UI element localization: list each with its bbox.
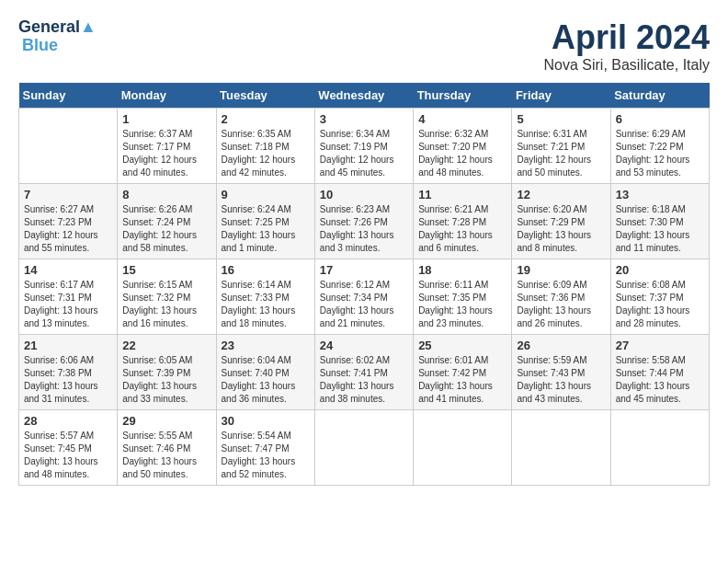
day-number: 16 [222,263,310,277]
col-thursday: Thursday [414,83,512,109]
day-info: Sunrise: 6:20 AM Sunset: 7:29 PM Dayligh… [517,203,605,255]
day-number: 23 [222,339,310,352]
day-number: 13 [616,188,704,201]
col-sunday: Sunday [19,83,118,109]
day-info: Sunrise: 6:17 AM Sunset: 7:31 PM Dayligh… [24,279,112,330]
calendar-cell: 9Sunrise: 6:24 AM Sunset: 7:25 PM Daylig… [216,184,314,259]
day-info: Sunrise: 6:35 AM Sunset: 7:18 PM Dayligh… [222,128,310,179]
day-number: 1 [122,112,210,126]
title-block: April 2024 Nova Siri, Basilicate, Italy [543,18,710,74]
day-number: 26 [517,339,605,352]
col-tuesday: Tuesday [216,83,314,109]
day-number: 30 [222,414,310,428]
calendar-week-row: 1Sunrise: 6:37 AM Sunset: 7:17 PM Daylig… [19,109,710,184]
calendar-cell: 11Sunrise: 6:21 AM Sunset: 7:28 PM Dayli… [414,184,512,259]
day-number: 15 [122,263,210,277]
day-info: Sunrise: 6:27 AM Sunset: 7:23 PM Dayligh… [24,203,112,255]
day-info: Sunrise: 6:02 AM Sunset: 7:41 PM Dayligh… [320,354,408,406]
calendar-cell: 14Sunrise: 6:17 AM Sunset: 7:31 PM Dayli… [19,259,118,335]
day-info: Sunrise: 6:05 AM Sunset: 7:39 PM Dayligh… [122,354,210,406]
day-info: Sunrise: 6:31 AM Sunset: 7:21 PM Dayligh… [517,128,605,179]
col-wednesday: Wednesday [314,83,413,109]
day-info: Sunrise: 6:32 AM Sunset: 7:20 PM Dayligh… [418,128,506,179]
page-header: General▲ Blue April 2024 Nova Siri, Basi… [18,18,710,74]
day-number: 10 [320,188,408,201]
location-subtitle: Nova Siri, Basilicate, Italy [543,57,710,74]
day-number: 8 [122,188,210,201]
calendar-cell [512,410,610,486]
calendar-cell [610,410,709,486]
calendar-cell: 28Sunrise: 5:57 AM Sunset: 7:45 PM Dayli… [19,410,118,486]
calendar-cell: 21Sunrise: 6:06 AM Sunset: 7:38 PM Dayli… [19,335,118,410]
calendar-cell: 25Sunrise: 6:01 AM Sunset: 7:42 PM Dayli… [414,335,512,410]
calendar-week-row: 28Sunrise: 5:57 AM Sunset: 7:45 PM Dayli… [19,410,710,486]
day-info: Sunrise: 6:15 AM Sunset: 7:32 PM Dayligh… [122,279,210,330]
calendar-cell [414,410,512,486]
calendar-cell: 5Sunrise: 6:31 AM Sunset: 7:21 PM Daylig… [512,109,610,184]
day-number: 19 [517,263,605,277]
calendar-week-row: 21Sunrise: 6:06 AM Sunset: 7:38 PM Dayli… [19,335,710,410]
day-number: 29 [122,414,210,428]
calendar-cell: 26Sunrise: 5:59 AM Sunset: 7:43 PM Dayli… [512,335,610,410]
calendar-table: Sunday Monday Tuesday Wednesday Thursday… [18,83,710,486]
logo: General▲ Blue [18,18,97,55]
logo-text-blue: Blue [22,37,58,55]
calendar-cell: 13Sunrise: 6:18 AM Sunset: 7:30 PM Dayli… [610,184,709,259]
day-number: 28 [24,414,112,428]
calendar-cell: 19Sunrise: 6:09 AM Sunset: 7:36 PM Dayli… [512,259,610,335]
day-info: Sunrise: 5:59 AM Sunset: 7:43 PM Dayligh… [517,354,605,406]
logo-text: General▲ [18,18,97,37]
header-row: Sunday Monday Tuesday Wednesday Thursday… [19,83,710,109]
calendar-cell: 6Sunrise: 6:29 AM Sunset: 7:22 PM Daylig… [610,109,709,184]
day-number: 3 [320,112,408,126]
calendar-cell: 2Sunrise: 6:35 AM Sunset: 7:18 PM Daylig… [216,109,314,184]
calendar-cell: 12Sunrise: 6:20 AM Sunset: 7:29 PM Dayli… [512,184,610,259]
day-number: 18 [418,263,506,277]
day-info: Sunrise: 6:24 AM Sunset: 7:25 PM Dayligh… [222,203,310,255]
calendar-cell: 18Sunrise: 6:11 AM Sunset: 7:35 PM Dayli… [414,259,512,335]
day-number: 14 [24,263,112,277]
calendar-cell: 7Sunrise: 6:27 AM Sunset: 7:23 PM Daylig… [19,184,118,259]
day-info: Sunrise: 6:12 AM Sunset: 7:34 PM Dayligh… [320,279,408,330]
day-info: Sunrise: 6:18 AM Sunset: 7:30 PM Dayligh… [616,203,704,255]
day-info: Sunrise: 6:09 AM Sunset: 7:36 PM Dayligh… [517,279,605,330]
calendar-cell: 17Sunrise: 6:12 AM Sunset: 7:34 PM Dayli… [314,259,413,335]
day-number: 2 [222,112,310,126]
day-number: 27 [616,339,704,352]
day-info: Sunrise: 6:21 AM Sunset: 7:28 PM Dayligh… [418,203,506,255]
day-info: Sunrise: 6:23 AM Sunset: 7:26 PM Dayligh… [320,203,408,255]
day-info: Sunrise: 5:58 AM Sunset: 7:44 PM Dayligh… [616,354,704,406]
day-number: 11 [418,188,506,201]
calendar-cell: 24Sunrise: 6:02 AM Sunset: 7:41 PM Dayli… [314,335,413,410]
day-number: 24 [320,339,408,352]
col-saturday: Saturday [610,83,709,109]
day-info: Sunrise: 6:08 AM Sunset: 7:37 PM Dayligh… [616,279,704,330]
calendar-cell [19,109,118,184]
day-number: 4 [418,112,506,126]
calendar-cell: 4Sunrise: 6:32 AM Sunset: 7:20 PM Daylig… [414,109,512,184]
day-info: Sunrise: 6:04 AM Sunset: 7:40 PM Dayligh… [222,354,310,406]
day-info: Sunrise: 6:26 AM Sunset: 7:24 PM Dayligh… [122,203,210,255]
calendar-cell: 1Sunrise: 6:37 AM Sunset: 7:17 PM Daylig… [118,109,216,184]
calendar-cell: 30Sunrise: 5:54 AM Sunset: 7:47 PM Dayli… [216,410,314,486]
calendar-cell: 8Sunrise: 6:26 AM Sunset: 7:24 PM Daylig… [118,184,216,259]
day-info: Sunrise: 6:14 AM Sunset: 7:33 PM Dayligh… [222,279,310,330]
calendar-cell: 23Sunrise: 6:04 AM Sunset: 7:40 PM Dayli… [216,335,314,410]
day-number: 12 [517,188,605,201]
day-number: 9 [222,188,310,201]
day-info: Sunrise: 5:57 AM Sunset: 7:45 PM Dayligh… [24,430,112,481]
day-number: 17 [320,263,408,277]
calendar-cell: 22Sunrise: 6:05 AM Sunset: 7:39 PM Dayli… [118,335,216,410]
day-number: 20 [616,263,704,277]
day-info: Sunrise: 6:34 AM Sunset: 7:19 PM Dayligh… [320,128,408,179]
day-info: Sunrise: 5:55 AM Sunset: 7:46 PM Dayligh… [122,430,210,481]
col-monday: Monday [118,83,216,109]
calendar-week-row: 14Sunrise: 6:17 AM Sunset: 7:31 PM Dayli… [19,259,710,335]
calendar-cell: 16Sunrise: 6:14 AM Sunset: 7:33 PM Dayli… [216,259,314,335]
day-number: 5 [517,112,605,126]
calendar-cell [314,410,413,486]
day-info: Sunrise: 6:37 AM Sunset: 7:17 PM Dayligh… [122,128,210,179]
calendar-cell: 10Sunrise: 6:23 AM Sunset: 7:26 PM Dayli… [314,184,413,259]
month-title: April 2024 [543,18,710,57]
calendar-week-row: 7Sunrise: 6:27 AM Sunset: 7:23 PM Daylig… [19,184,710,259]
